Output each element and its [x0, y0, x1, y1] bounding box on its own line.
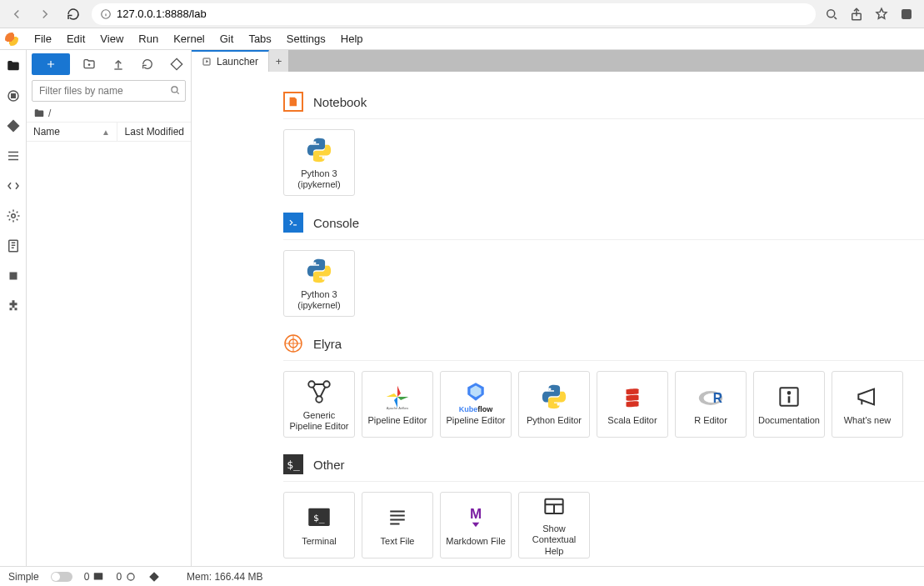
folder-icon — [33, 108, 45, 119]
svg-rect-3 — [902, 9, 912, 19]
svg-text:M: M — [470, 507, 482, 523]
svg-rect-5 — [11, 94, 15, 98]
menu-kernel[interactable]: Kernel — [166, 33, 212, 45]
browser-forward-button[interactable] — [35, 4, 55, 24]
launcher-card[interactable]: Text File — [362, 492, 433, 558]
launcher-card[interactable]: Apache AirflowPipeline Editor — [362, 371, 433, 438]
tab-launcher[interactable]: Launcher — [192, 50, 269, 72]
git-tab-icon[interactable] — [6, 118, 21, 133]
menu-run[interactable]: Run — [131, 33, 166, 45]
menu-edit[interactable]: Edit — [59, 33, 92, 45]
launcher-tab-icon — [202, 57, 212, 67]
pipeline-icon — [304, 377, 334, 407]
card-label: Python 3(ipykernel) — [297, 168, 340, 190]
launcher-card[interactable]: Python 3(ipykernel) — [283, 250, 355, 317]
status-simple-label: Simple — [8, 571, 39, 583]
python-icon — [539, 382, 569, 412]
launcher-card[interactable]: What's new — [832, 371, 903, 438]
status-memory: Mem: 166.44 MB — [187, 571, 262, 583]
new-folder-button[interactable] — [80, 53, 99, 76]
launcher-card[interactable]: Python Editor — [518, 371, 590, 438]
browser-reload-button[interactable] — [63, 4, 83, 24]
launcher-section-notebook: NotebookPython 3(ipykernel) — [283, 92, 924, 196]
file-filter — [32, 80, 186, 102]
tabbar: Launcher + — [192, 50, 924, 72]
launcher-section-elyra: ElyraGeneric Pipeline EditorApache Airfl… — [283, 333, 924, 438]
snippets-tab-icon[interactable] — [6, 178, 21, 193]
card-label: Terminal — [302, 536, 337, 547]
launcher-card[interactable]: Scala Editor — [597, 371, 668, 438]
status-kernels[interactable]: 0 — [116, 571, 137, 583]
browser-back-button[interactable] — [7, 4, 27, 24]
browser-right-icons — [824, 7, 917, 22]
filebrowser-header: Name▲ Last Modified — [27, 122, 191, 142]
tab-add-button[interactable]: + — [269, 50, 289, 72]
menu-help[interactable]: Help — [333, 33, 371, 45]
launcher-section-other: $_Other$_TerminalText FileMMarkdown File… — [283, 454, 924, 558]
svg-point-1 — [827, 9, 835, 17]
launcher-card[interactable]: $_Terminal — [283, 492, 355, 558]
launcher-card[interactable]: Show Contextual Help — [518, 492, 590, 558]
launcher-card[interactable]: MMarkdown File — [440, 492, 512, 558]
file-filter-input[interactable] — [32, 80, 186, 102]
zoom-icon[interactable] — [824, 7, 839, 22]
column-modified[interactable]: Last Modified — [125, 126, 184, 138]
card-label: Show Contextual Help — [522, 523, 586, 557]
svg-text:$_: $_ — [313, 513, 325, 524]
menu-settings[interactable]: Settings — [279, 33, 333, 45]
kernel-small-icon — [125, 571, 137, 583]
svg-rect-8 — [9, 273, 17, 280]
svg-point-21 — [788, 392, 791, 394]
info-icon — [774, 382, 804, 412]
toc-tab-icon[interactable] — [6, 148, 21, 163]
card-label: What's new — [844, 415, 892, 426]
extensions-icon[interactable] — [899, 7, 914, 22]
share-icon[interactable] — [849, 7, 864, 22]
menu-view[interactable]: View — [92, 33, 131, 45]
extensions-tab-icon[interactable] — [6, 298, 21, 313]
new-launcher-button[interactable] — [32, 53, 70, 75]
launcher-card[interactable]: Documentation — [753, 371, 825, 438]
running-tab-icon[interactable] — [6, 88, 21, 103]
browser-address-bar[interactable]: 127.0.0.1:8888/lab — [92, 3, 816, 25]
stop-icon[interactable] — [6, 268, 21, 283]
launcher-card[interactable]: KubeflowPipeline Editor — [440, 371, 512, 438]
simple-mode-toggle[interactable] — [51, 572, 72, 582]
launcher-card[interactable]: Python 3(ipykernel) — [283, 129, 355, 196]
breadcrumb[interactable]: / — [27, 105, 191, 122]
markdown-icon: M — [461, 503, 491, 533]
refresh-button[interactable] — [137, 53, 157, 76]
card-label: Pipeline Editor — [447, 415, 506, 426]
filebrowser-tab-icon[interactable] — [6, 58, 21, 73]
info-icon — [100, 8, 112, 20]
menu-git[interactable]: Git — [212, 33, 242, 45]
section-title: Elyra — [313, 337, 342, 351]
airflow-icon: Apache Airflow — [382, 382, 412, 412]
git-pull-button[interactable] — [167, 53, 186, 76]
launcher-card[interactable]: Generic Pipeline Editor — [283, 371, 355, 438]
python-icon — [304, 256, 334, 286]
jupyter-menubar: FileEditViewRunKernelGitTabsSettingsHelp — [0, 28, 924, 50]
documents-tab-icon[interactable] — [6, 238, 21, 253]
megaphone-icon — [852, 382, 882, 412]
launcher-card[interactable]: RR Editor — [675, 371, 747, 438]
git-status-icon[interactable] — [148, 571, 160, 583]
launcher-body: NotebookPython 3(ipykernel)ConsolePython… — [192, 72, 924, 566]
status-terminals[interactable]: 0 — [84, 571, 105, 583]
help-panel-icon — [539, 493, 569, 520]
menu-file[interactable]: File — [27, 33, 59, 45]
svg-text:R: R — [713, 391, 722, 405]
browser-url: 127.0.0.1:8888/lab — [117, 8, 207, 20]
column-name[interactable]: Name — [33, 126, 60, 138]
bookmark-star-icon[interactable] — [874, 7, 889, 22]
terminal-small-icon — [92, 571, 104, 583]
pipeline-components-tab-icon[interactable] — [6, 208, 21, 223]
svg-text:Apache Airflow: Apache Airflow — [387, 406, 409, 410]
menu-tabs[interactable]: Tabs — [241, 33, 278, 45]
card-label: Generic Pipeline Editor — [287, 410, 351, 432]
section-title: Other — [313, 458, 345, 472]
card-label: Scala Editor — [607, 415, 657, 426]
terminal-icon: $_ — [304, 503, 334, 533]
upload-button[interactable] — [109, 53, 128, 76]
card-label: Markdown File — [446, 536, 506, 547]
